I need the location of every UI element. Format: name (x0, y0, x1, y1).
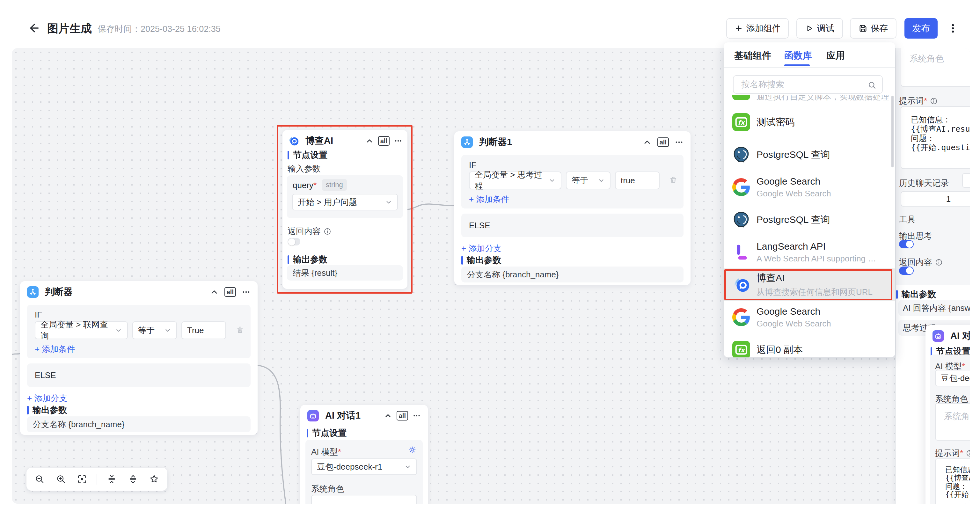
system-role-textarea[interactable] (900, 48, 970, 87)
list-item[interactable]: PostgreSQL 查询 (724, 138, 895, 171)
all-badge[interactable]: all (396, 411, 408, 420)
robot-icon (932, 330, 944, 342)
gear-icon[interactable] (408, 446, 416, 454)
list-item[interactable]: 测试密码 (724, 106, 895, 138)
return-content-toggle[interactable] (288, 238, 300, 245)
list-item[interactable]: 返回0 副本 (724, 334, 895, 358)
history-stepper[interactable] (962, 173, 970, 188)
node-ai-chat1[interactable]: AI 对话1 all 节点设置 AI 模型* 豆包-deepseek-r1 系统… (300, 405, 428, 504)
search-icon[interactable] (867, 81, 877, 90)
zoom-out-icon[interactable] (35, 474, 45, 484)
output-params-header: 输出参数 (27, 404, 67, 416)
add-branch-link[interactable]: + 添加分支 (461, 243, 501, 254)
list-item-title: PostgreSQL 查询 (757, 213, 830, 226)
expand-vertical-icon[interactable] (128, 474, 138, 484)
output-thinking-toggle[interactable] (899, 240, 914, 248)
prompt-editor[interactable]: 已知信息： {{博查AI.result}} 问题： {{开始.question}… (900, 106, 970, 169)
info-icon (324, 227, 331, 235)
return-content-label: 返回内容 (899, 257, 943, 268)
tools-label: 工具 (899, 214, 916, 225)
list-item-desc: 通过执行自定义脚本，实现数据处理 (757, 95, 889, 102)
tab-1[interactable]: 基础组件 (734, 49, 771, 62)
publish-button[interactable]: 发布 (904, 18, 938, 38)
condition-left-select[interactable]: 全局变量 > 联网查询 (35, 321, 128, 339)
list-item-title: LangSearch API (757, 241, 876, 252)
more-icon[interactable] (412, 412, 421, 420)
info-icon (935, 259, 943, 266)
more-icon[interactable] (394, 137, 402, 145)
list-item-desc: Google Web Search (757, 319, 831, 329)
all-badge[interactable]: all (224, 287, 236, 297)
node-title: AI 对话1 (950, 330, 970, 342)
fx-icon (732, 341, 750, 358)
list-item[interactable]: Google SearchGoogle Web Search (724, 301, 895, 334)
info-icon (966, 450, 970, 457)
back-button[interactable] (28, 22, 41, 35)
model-select[interactable]: 豆包-deepseek-r1 (935, 370, 970, 386)
save-button[interactable]: 保存 (850, 18, 896, 38)
collapse-icon[interactable] (210, 288, 219, 296)
condition-op-select[interactable]: 等于 (132, 321, 177, 339)
node-judge1[interactable]: 判断器1 all IF 全局变量 > 思考过程 等于 true (454, 131, 690, 285)
add-condition-link[interactable]: + 添加条件 (35, 343, 75, 355)
more-icon[interactable] (242, 288, 251, 296)
trash-icon[interactable] (669, 176, 678, 184)
all-badge[interactable]: all (378, 136, 390, 146)
google-icon (732, 308, 750, 326)
add-component-button[interactable]: 添加组件 (726, 18, 789, 38)
list-item[interactable]: Google SearchGoogle Web Search (724, 171, 895, 204)
search-input[interactable] (733, 76, 882, 93)
list-item-title: Google Search (757, 306, 831, 317)
collapse-vertical-icon[interactable] (107, 474, 117, 484)
all-badge[interactable]: all (657, 137, 669, 147)
param-value-select[interactable]: 开始 > 用户问题 (292, 194, 398, 210)
node-title: 判断器 (45, 286, 73, 298)
node-ai-chat-front[interactable]: AI 对话1 节点设置 AI 模型* 豆包-deepseek-r1 系统角色 提… (926, 325, 970, 504)
list-item-title: 博查AI (757, 272, 873, 285)
more-menu-button[interactable] (946, 19, 959, 38)
fx-icon (732, 113, 750, 131)
list-item-title: Google Search (757, 176, 831, 187)
collapse-icon[interactable] (384, 412, 392, 420)
settings-header: 节点设置 (307, 427, 347, 439)
zoom-in-icon[interactable] (56, 474, 66, 484)
list-item[interactable]: PostgreSQL 查询 (724, 204, 895, 236)
list-item[interactable]: LangSearch APIA Web Search API supportin… (724, 236, 895, 269)
condition-value-input[interactable]: true (615, 172, 660, 189)
system-role-textarea[interactable] (311, 495, 417, 504)
tab-3[interactable]: 应用 (826, 49, 845, 62)
list-item-title: PostgreSQL 查询 (757, 148, 830, 161)
node-judge[interactable]: 判断器 all IF 全局变量 > 联网查询 等于 True (20, 281, 258, 435)
more-icon[interactable] (675, 138, 684, 147)
panel-scrollbar[interactable] (891, 95, 894, 167)
collapse-icon[interactable] (643, 138, 652, 147)
list-item-desc: 从博查搜索任何信息和网页URL (757, 286, 873, 298)
history-value-input[interactable]: 1 (900, 191, 970, 207)
prompt-editor[interactable]: 已知信息： {{博查AI.result}} 问题： {{开始.question}… (935, 458, 970, 504)
debug-button[interactable]: 调试 (796, 18, 843, 38)
return-content-label: 返回内容 (288, 226, 331, 237)
trash-icon[interactable] (236, 326, 244, 334)
add-branch-link[interactable]: + 添加分支 (27, 393, 67, 404)
prompt-label: 提示词* (899, 95, 938, 107)
collapse-icon[interactable] (365, 137, 374, 145)
condition-left-select[interactable]: 全局变量 > 思考过程 (469, 172, 562, 189)
else-box: ELSE (461, 214, 684, 237)
node-bocha[interactable]: 博查AI all 节点设置 输入参数 query* string 开始 > 用户… (282, 130, 407, 289)
output-value: 分支名称 {branch_name} (461, 267, 684, 283)
history-label: 历史聊天记录 (899, 178, 949, 189)
return-content-toggle[interactable] (899, 267, 914, 275)
fit-view-icon[interactable] (77, 474, 87, 484)
condition-value-input[interactable]: True (181, 321, 226, 339)
fx-icon (732, 95, 750, 100)
list-item-partial[interactable]: 通过执行自定义脚本，实现数据处理 (724, 95, 895, 106)
condition-op-select[interactable]: 等于 (566, 172, 611, 189)
model-label: AI 模型* (311, 446, 341, 458)
list-item-title: 返回0 副本 (757, 343, 803, 356)
favorite-star-icon[interactable] (149, 474, 159, 484)
model-select[interactable]: 豆包-deepseek-r1 (311, 458, 417, 475)
list-item[interactable]: 博查AI从博查搜索任何信息和网页URL (724, 269, 895, 301)
system-role-textarea[interactable] (935, 403, 970, 440)
add-condition-link[interactable]: + 添加条件 (469, 194, 509, 205)
tab-2[interactable]: 函数库 (784, 49, 812, 62)
